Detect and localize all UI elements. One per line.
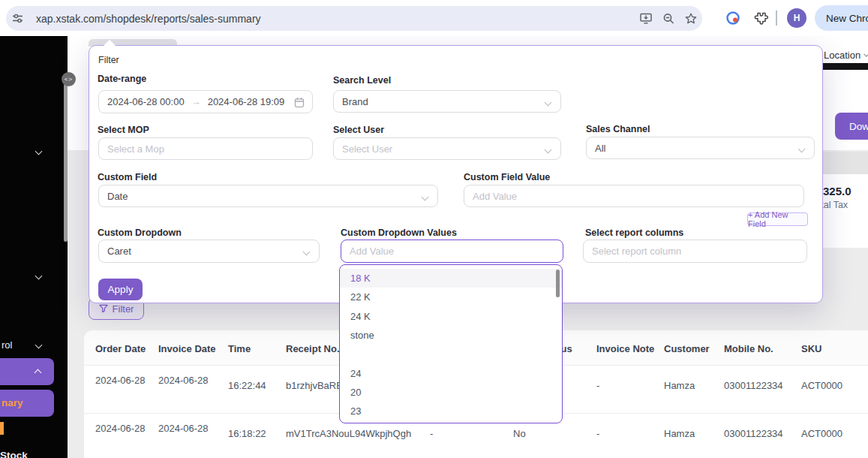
extensions-puzzle-icon[interactable] [749,7,772,29]
location-label: Location [824,50,860,61]
zoom-icon[interactable] [657,8,680,30]
custom-dropdown-label: Custom Dropdown [98,227,182,238]
total-tax-value: 325.0 [823,185,851,197]
select-report-columns-input[interactable]: Select report column [583,240,807,263]
dropdown-option[interactable]: 23 [340,402,562,420]
custom-dropdown-values-input[interactable]: Add Value [341,240,563,263]
chevron-down-icon [545,99,552,107]
select-report-columns-placeholder: Select report column [592,246,681,257]
bookmark-star-icon[interactable] [680,8,702,30]
table-column-header: Order Date [95,343,146,354]
dropdown-option[interactable]: 24 [340,363,562,382]
table-cell: mV1TrcA3NouL94WkpjhQgh [286,428,411,439]
dropdown-option[interactable] [340,345,562,363]
custom-field-label: Custom Field [98,172,157,182]
custom-field-value-placeholder: Add Value [473,191,517,202]
sidebar-scrollbar[interactable] [64,75,68,242]
sidebar: rol nary Stock ump [0,36,68,458]
chevron-down-icon [303,249,311,256]
location-selector[interactable]: Location [824,47,868,62]
sidebar-chevron-icon[interactable] [35,148,43,155]
sales-channel-value: All [595,143,605,154]
date-range-input[interactable]: 2024-06-28 00:00 → 2024-06-28 19:09 [98,90,313,113]
chevron-down-icon [863,50,868,56]
browser-toolbar: xap.xstak.com/shopdesk/reports/sales-sum… [0,0,868,36]
custom-dropdown-value: Caret [107,246,131,257]
table-column-header: Time [228,343,251,354]
table-cell: 2024-06-28 [158,422,209,435]
site-settings-icon[interactable] [6,8,29,30]
filter-button-label: Filter [113,303,134,315]
select-mop-placeholder: Select a Mop [107,143,164,155]
custom-field-value-label: Custom Field Value [464,172,550,182]
date-start-value[interactable]: 2024-06-28 00:00 [107,96,185,107]
select-user-select[interactable]: Select User [333,137,561,160]
table-cell: 03001122334 [724,428,783,439]
search-level-label: Search Level [333,75,391,86]
date-range-arrow-icon: → [191,96,201,107]
table-cell: 2024-06-28 [95,422,146,435]
dropdown-option[interactable]: 18 K [340,269,562,288]
profile-avatar[interactable]: H [787,8,806,28]
select-user-label: Select User [333,125,384,135]
table-cell: - [596,428,599,439]
download-label: Download [849,121,868,132]
table-cell: ACT0000 [801,380,842,391]
sidebar-item-stock[interactable]: Stock [0,450,28,458]
sidebar-item-control[interactable]: rol [0,338,68,354]
popover-arrow [104,40,116,46]
table-column-header: SKU [801,343,821,354]
install-app-icon[interactable] [635,8,657,30]
download-button[interactable]: Download [835,113,868,140]
sidebar-item-fragment[interactable] [0,422,4,435]
select-report-columns-label: Select report columns [585,227,683,238]
apply-button[interactable]: Apply [98,279,143,300]
dropdown-option[interactable]: 20 [340,383,562,402]
calendar-icon[interactable] [294,97,305,108]
table-cell: 2024-06-28 [95,374,146,387]
sales-channel-select[interactable]: All [586,137,815,159]
select-user-placeholder: Select User [342,143,392,155]
table-column-header: Customer [664,343,710,354]
table-cell: - [596,380,599,391]
add-new-field-button[interactable]: + Add New Field [747,212,808,226]
sidebar-item-sales-summary-active[interactable]: nary [0,390,54,417]
dropdown-option[interactable]: 24 K [340,307,562,326]
select-mop-input[interactable]: Select a Mop [98,137,313,160]
search-level-value: Brand [342,96,368,107]
modal-title: Filter [98,55,119,65]
custom-dropdown-select[interactable]: Caret [98,240,320,263]
table-cell: 2024-06-28 [158,374,209,387]
search-level-select[interactable]: Brand [333,90,561,113]
sidebar-chevron-icon[interactable] [35,273,43,280]
custom-field-value-input[interactable]: Add Value [464,185,804,207]
custom-field-select[interactable]: Date [98,185,438,207]
table-cell: 16:18:22 [228,428,266,439]
date-end-value[interactable]: 2024-06-28 19:09 [208,96,285,107]
table-cell: No [513,428,526,439]
chevron-down-icon [545,146,552,154]
custom-field-value: Date [107,191,128,202]
table-cell: Hamza [664,380,695,391]
date-range-label: Date-range [98,74,146,84]
select-mop-label: Select MOP [98,125,149,135]
table-column-header: Mobile No. [724,343,773,354]
custom-dropdown-values-placeholder: Add Value [350,246,394,257]
toolbar-divider [776,11,777,26]
table-cell: - [430,428,433,439]
table-cell: 03001122334 [724,380,783,391]
sidebar-item-label: rol [2,339,12,351]
dropdown-option[interactable]: stone [340,326,562,345]
chevron-up-icon [35,369,42,377]
custom-dropdown-values-label: Custom Dropdown Values [341,227,457,238]
sidebar-item-reports-expanded[interactable] [0,358,54,385]
new-chrome-button[interactable]: New Chrome [815,5,868,31]
table-cell: 16:22:44 [228,380,266,391]
dropdown-scrollbar[interactable] [556,270,560,297]
table-cell: ACT0000 [801,428,842,439]
dropdown-option[interactable]: 22 K [340,288,562,306]
extension-badge-icon[interactable] [722,7,744,29]
address-bar[interactable]: xap.xstak.com/shopdesk/reports/sales-sum… [6,6,702,31]
sidebar-collapse-handle[interactable]: <> [62,72,76,86]
url-text[interactable]: xap.xstak.com/shopdesk/reports/sales-sum… [36,13,635,25]
